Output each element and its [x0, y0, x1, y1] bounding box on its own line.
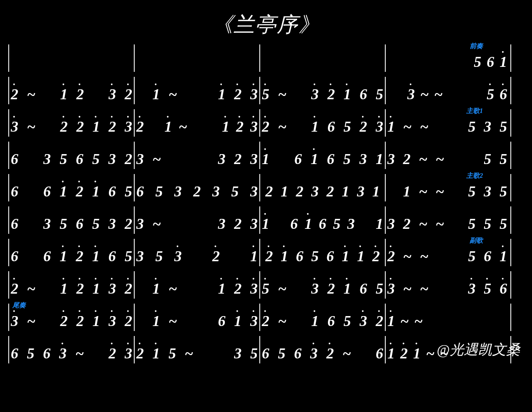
measure: 3• ~ ~ 0 0 3• 5• 6• [386, 269, 510, 301]
measure: 2• ~ 0 1• 6 5 2• 3• [260, 107, 385, 139]
notes: 6 0 6 1• 2• 1• 6 5 [9, 249, 134, 264]
measure: 0 1• ~ 0 0 1• 2• 3• [135, 74, 259, 107]
notes: 2• 1• 6 5 6 1• 1• 2• [260, 249, 385, 264]
measure [135, 42, 259, 74]
notes: 2• 0 1• ~ 0 0 1• 2• 3• [135, 119, 259, 134]
measure: 2• ~ 0 1• 6 5 3• 2• [260, 301, 385, 334]
section-label: 主歌1 [466, 108, 483, 114]
notes: 3• ~ ~ 0 0 3• 5• 6• [386, 281, 510, 296]
measure: 2• 1• 5 ~ 0 0 3 5 [135, 334, 259, 366]
barline [510, 77, 511, 104]
notes: 0 1• ~ 0 0 6 1• 3• [135, 314, 259, 329]
notes: 1• ~ ~ [386, 314, 424, 329]
notes: 6 5 6 3• 2• ~ 0 6 [260, 346, 385, 361]
notes: 2• ~ 0 1• 6 5 2• 3• [260, 119, 385, 134]
measure: 2• ~ 0 1• 2• 1• 3• 2• [9, 269, 134, 301]
notes: 0 1 ~ ~ 0 5 3 5 [386, 184, 510, 199]
measure: 5• ~ 0 3• 2• 1• 6 5 [260, 74, 385, 107]
measure: 3• ~ ~ 0 0 0 5• 6• [386, 74, 510, 107]
barline [510, 142, 511, 169]
measure: 0 1• ~ 0 0 1• 2• 3• [135, 269, 259, 301]
notes: 3 ~ 0 0 0 3 2 3 [135, 152, 259, 167]
measure: 2• ~ ~ 0 0 5 6 1•副歌 [386, 236, 510, 269]
measure: 6 0 6 1• 2• 1• 6 5 [9, 236, 134, 269]
score-row: 3• ~ 0 2• 2• 1• 3• 2•尾奏0 1• ~ 0 0 6 1• 3… [8, 301, 524, 334]
notes: 2• ~ 0 1• 2• 1• 3• 2• [9, 281, 134, 296]
notes: 3• ~ 0 2• 2• 1• 3• 2• [9, 314, 134, 329]
section-label: 副歌 [470, 237, 483, 244]
notes: 3 ~ 0 0 0 3 2 3 [135, 216, 259, 231]
notes: 2• ~ 0 1• 6 5 3• 2• [260, 314, 385, 329]
notes: 1• 0 6 1• 6 5 3 0 1 [260, 216, 385, 231]
notes: 1• ~ ~ 0 0 5 3 5 [386, 119, 510, 134]
measure: 2• 0 1• ~ 0 0 1• 2• 3• [135, 107, 259, 139]
barline [510, 44, 511, 72]
barline [510, 271, 511, 299]
notes: 2• ~ ~ 0 0 5 6 1• [386, 249, 510, 264]
notes: 6 0 3 5 6 5 3 2 [9, 216, 134, 231]
score-row: 6 0 6 1• 2• 1• 6 56 5 3 2 3 5 32 1 2 3 2… [8, 172, 524, 204]
measure: 3• ~ 0 2• 2• 1• 3• 2•尾奏 [9, 301, 134, 334]
measure: 3• ~ 0 2• 2• 1• 2• 3• [9, 107, 134, 139]
measure: 1• 0 6 1• 6 5 3 0 1 [260, 204, 385, 236]
score-row: 5 6 1•前奏 [8, 42, 524, 74]
measure: 2 1 2 3 2 1 3 1 [260, 172, 385, 204]
song-title: 《兰亭序》 [8, 11, 524, 39]
barline [510, 174, 511, 201]
notes: 0 1• ~ 0 0 1• 2• 3• [135, 281, 259, 296]
section-label: 主歌2 [466, 172, 483, 179]
measure: 3 ~ 0 0 0 3 2 3 [135, 204, 259, 236]
measure [9, 42, 134, 74]
notes: 6 0 6 1• 2• 1• 6 5 [9, 184, 134, 199]
measure: 6 5 6 3• 2• ~ 0 6 [260, 334, 385, 366]
measure: 3 2 ~ ~ 0 0 5 5 [386, 139, 510, 172]
notes: 3 2 ~ ~ 0 0 5 5 [386, 152, 510, 167]
score-row: 6 0 6 1• 2• 1• 6 53 5 3• 0 2• 0 1•2• 1• … [8, 236, 524, 269]
notes: 5 6 1• [474, 54, 510, 69]
attribution: @光遇凯文桑 [437, 340, 520, 359]
measure: 1• ~ ~ [386, 301, 510, 334]
measure: 2• ~ 0 1• 2• 0 3• 2• [9, 74, 134, 107]
notes: 2• 1• 5 ~ 0 0 3 5 [135, 346, 259, 361]
measure: 3 2 ~ ~ 0 5 5 5 [386, 204, 510, 236]
section-label: 前奏 [470, 43, 483, 49]
measure [260, 42, 385, 74]
measure: 3 5 3• 0 2• 0 1• [135, 236, 259, 269]
notes: 5• ~ 0 3• 2• 1• 6 5 [260, 281, 385, 296]
barline [510, 206, 511, 234]
barline [510, 239, 511, 266]
notes: 1• 0 6 1• 6 5 3 1 [260, 152, 385, 167]
measure: 0 1• ~ 0 0 6 1• 3• [135, 301, 259, 334]
notes: 6 5 6 3• ~ 0 2• 3• [9, 346, 134, 361]
measure: 3 ~ 0 0 0 3 2 3 [135, 139, 259, 172]
notes: 3 5 3• 0 2• 0 1• [135, 249, 259, 264]
measure: 1• 0 6 1• 6 5 3 1 [260, 139, 385, 172]
measure: 5 6 1•前奏 [386, 42, 510, 74]
notes: 2• ~ 0 1• 2• 0 3• 2• [9, 87, 134, 102]
score-row: 6 0 3 5 6 5 3 23 ~ 0 0 0 3 2 31• 0 6 1• … [8, 204, 524, 236]
score-row: 2• ~ 0 1• 2• 1• 3• 2•0 1• ~ 0 0 1• 2• 3•… [8, 269, 524, 301]
notes: 3• ~ 0 2• 2• 1• 2• 3• [9, 119, 134, 134]
section-label: 尾奏 [12, 302, 26, 309]
measure: 6 5 3 2 3 5 3 [135, 172, 259, 204]
score-row: 3• ~ 0 2• 2• 1• 2• 3•2• 0 1• ~ 0 0 1• 2•… [8, 107, 524, 139]
barline [510, 109, 511, 137]
notes: 2 1 2 3 2 1 3 1 [260, 184, 385, 199]
measure: 2• 1• 6 5 6 1• 1• 2• [260, 236, 385, 269]
measure: 6 0 3 5 6 5 3 2 [9, 139, 134, 172]
notes: 6 0 3 5 6 5 3 2 [9, 152, 134, 167]
measure: 6 0 6 1• 2• 1• 6 5 [9, 172, 134, 204]
score-row: 6 0 3 5 6 5 3 23 ~ 0 0 0 3 2 31• 0 6 1• … [8, 139, 524, 172]
measure: 0 1 ~ ~ 0 5 3 5主歌2 [386, 172, 510, 204]
notes: 6 5 3 2 3 5 3 [135, 184, 259, 199]
music-score: 5 6 1•前奏2• ~ 0 1• 2• 0 3• 2•0 1• ~ 0 0 1… [8, 42, 524, 366]
measure: 5• ~ 0 3• 2• 1• 6 5 [260, 269, 385, 301]
notes: 3• ~ ~ 0 0 0 5• 6• [407, 87, 510, 102]
measure: 6 5 6 3• ~ 0 2• 3• [9, 334, 134, 366]
barline [510, 304, 511, 331]
measure: 6 0 3 5 6 5 3 2 [9, 204, 134, 236]
notes: 5• ~ 0 3• 2• 1• 6 5 [260, 87, 385, 102]
measure: 1• ~ ~ 0 0 5 3 5主歌1 [386, 107, 510, 139]
score-row: 2• ~ 0 1• 2• 0 3• 2•0 1• ~ 0 0 1• 2• 3•5… [8, 74, 524, 107]
notes: 3 2 ~ ~ 0 5 5 5 [386, 216, 510, 231]
